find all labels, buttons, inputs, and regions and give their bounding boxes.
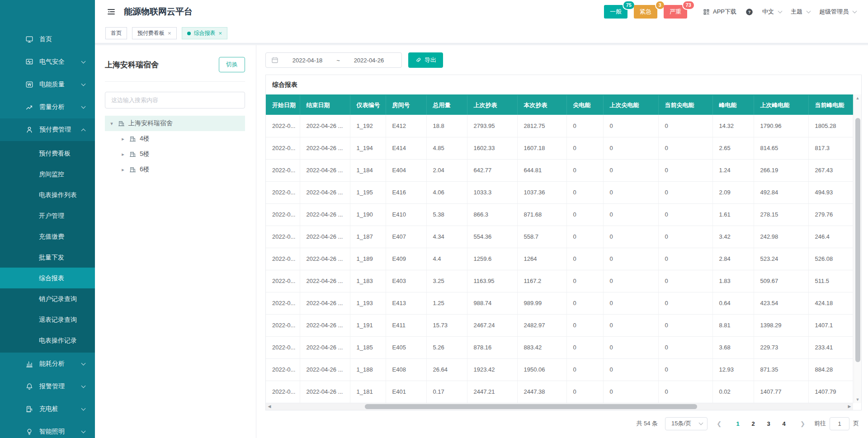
table-row[interactable]: 2022-0...2022-04-26 ...1_183E4033.251163… bbox=[266, 270, 853, 292]
sidebar-item-充电桩[interactable]: 充电桩 bbox=[0, 398, 95, 420]
alarm-general-count: 75 bbox=[623, 0, 635, 10]
page-3[interactable]: 3 bbox=[763, 420, 774, 427]
date-range-picker[interactable]: 2022-04-18 ~ 2022-04-26 bbox=[265, 52, 402, 68]
table-row[interactable]: 2022-0...2022-04-26 ...1_185E4055.26878.… bbox=[266, 336, 853, 358]
table-cell: E401 bbox=[386, 381, 426, 403]
sidebar-item-电表操作列表[interactable]: 电表操作列表 bbox=[0, 184, 95, 205]
caret-right-icon[interactable]: ▸ bbox=[120, 151, 126, 157]
sidebar-item-充值缴费[interactable]: 充值缴费 bbox=[0, 226, 95, 247]
table-row[interactable]: 2022-0...2022-04-26 ...1_187E4074.34554.… bbox=[266, 226, 853, 248]
scroll-left-icon[interactable]: ◀ bbox=[266, 404, 273, 409]
vertical-scrollbar[interactable]: ▲ ▼ bbox=[854, 94, 861, 403]
horizontal-scrollbar[interactable]: ◀ ▶ bbox=[266, 403, 853, 410]
table-row[interactable]: 2022-0...2022-04-26 ...1_181E4010.172447… bbox=[266, 381, 853, 403]
table-header-row: 开始日期结束日期仪表编号房间号总用量上次抄表本次抄表尖电能上次尖电能当前尖电能峰… bbox=[266, 95, 853, 115]
close-tab-icon[interactable]: × bbox=[219, 30, 222, 36]
sidebar-item-开户管理[interactable]: 开户管理 bbox=[0, 205, 95, 226]
table-row[interactable]: 2022-0...2022-04-26 ...1_193E4131.25988.… bbox=[266, 292, 853, 314]
table-cell: 2022-04-26 ... bbox=[300, 314, 350, 336]
help-icon[interactable]: ? bbox=[745, 8, 753, 16]
building-title: 上海安科瑞宿舍 bbox=[105, 60, 159, 70]
next-page-button[interactable]: ❯ bbox=[798, 420, 807, 427]
table-row[interactable]: 2022-0...2022-04-26 ...1_191E41115.73246… bbox=[266, 314, 853, 336]
caret-right-icon[interactable]: ▸ bbox=[120, 136, 126, 142]
table-row[interactable]: 2022-0...2022-04-26 ...1_194E4144.851602… bbox=[266, 137, 853, 159]
switch-building-button[interactable]: 切换 bbox=[219, 57, 245, 72]
table-row[interactable]: 2022-0...2022-04-26 ...1_192E41218.82793… bbox=[266, 115, 853, 137]
alarm-severe-badge[interactable]: 严重73 bbox=[664, 5, 687, 19]
table-row[interactable]: 2022-0...2022-04-26 ...1_190E4105.38866.… bbox=[266, 203, 853, 226]
sidebar-item-电气安全[interactable]: 电气安全 bbox=[0, 51, 95, 73]
sidebar-item-房间监控[interactable]: 房间监控 bbox=[0, 164, 95, 184]
tree-node-5楼[interactable]: ▸5楼 bbox=[105, 146, 245, 162]
table-row[interactable]: 2022-0...2022-04-26 ...1_195E4164.061033… bbox=[266, 181, 853, 203]
sidebar-item-智能照明[interactable]: 智能照明 bbox=[0, 420, 95, 438]
table-cell: 4.4 bbox=[426, 248, 467, 270]
sidebar-item-综合报表[interactable]: 综合报表 bbox=[0, 268, 95, 288]
theme-select[interactable]: 主题 bbox=[791, 8, 810, 16]
alarm-urgent-badge[interactable]: 紧急3 bbox=[634, 5, 657, 19]
start-date-value[interactable]: 2022-04-18 bbox=[280, 57, 335, 64]
table-row[interactable]: 2022-0...2022-04-26 ...1_189E4094.41259.… bbox=[266, 248, 853, 270]
horizontal-scroll-track[interactable] bbox=[273, 403, 846, 410]
horizontal-scroll-thumb[interactable] bbox=[365, 404, 697, 409]
caret-down-icon[interactable]: ▾ bbox=[109, 121, 114, 127]
table-cell: E410 bbox=[386, 203, 426, 226]
table-row[interactable]: 2022-0...2022-04-26 ...1_184E4042.04642.… bbox=[266, 159, 853, 181]
sidebar-item-需量分析[interactable]: 需量分析 bbox=[0, 96, 95, 118]
export-button[interactable]: 导出 bbox=[408, 52, 443, 68]
caret-right-icon[interactable]: ▸ bbox=[120, 167, 126, 173]
sidebar-item-报警管理[interactable]: 报警管理 bbox=[0, 375, 95, 398]
user-menu[interactable]: 超级管理员 bbox=[819, 8, 856, 16]
table-row[interactable]: 2022-0...2022-04-26 ...1_188E40826.64192… bbox=[266, 358, 853, 381]
close-tab-icon[interactable]: × bbox=[168, 30, 171, 36]
tree-node-4楼[interactable]: ▸4楼 bbox=[105, 131, 245, 146]
qr-code-icon bbox=[703, 8, 710, 16]
table-cell: 2.84 bbox=[712, 248, 754, 270]
active-tab-dot bbox=[187, 32, 191, 35]
scroll-down-icon[interactable]: ▼ bbox=[854, 397, 861, 402]
language-select[interactable]: 中文 bbox=[762, 8, 782, 16]
main-column: 能源物联网云平台 一般75紧急3严重73 APP下载 ? bbox=[95, 0, 868, 438]
sidebar-item-预付费看板[interactable]: 预付费看板 bbox=[0, 143, 95, 164]
table-cell: E404 bbox=[386, 159, 426, 181]
page-4[interactable]: 4 bbox=[778, 420, 789, 427]
sidebar-item-批量下发[interactable]: 批量下发 bbox=[0, 247, 95, 268]
tree-node-6楼[interactable]: ▸6楼 bbox=[105, 162, 245, 177]
table-cell: 0 bbox=[603, 270, 658, 292]
table-cell: 1_181 bbox=[350, 381, 386, 403]
table-cell: E405 bbox=[386, 336, 426, 358]
tab-预付费看板[interactable]: 预付费看板× bbox=[132, 27, 177, 39]
sidebar-item-预付费管理[interactable]: 预付费管理 bbox=[0, 118, 95, 141]
sidebar-item-电能质量[interactable]: 电能质量 bbox=[0, 73, 95, 96]
sidebar-item-电表操作记录[interactable]: 电表操作记录 bbox=[0, 330, 95, 351]
theme-label: 主题 bbox=[791, 8, 802, 16]
table-cell: 0 bbox=[566, 226, 603, 248]
scroll-right-icon[interactable]: ▶ bbox=[846, 404, 853, 409]
tree-search-input[interactable] bbox=[105, 92, 245, 108]
topbar: 能源物联网云平台 一般75紧急3严重73 APP下载 ? bbox=[95, 0, 868, 24]
table-cell: 15.73 bbox=[426, 314, 467, 336]
tab-综合报表[interactable]: 综合报表× bbox=[182, 27, 228, 39]
end-date-value[interactable]: 2022-04-26 bbox=[342, 57, 396, 64]
tab-首页[interactable]: 首页 bbox=[105, 27, 127, 39]
svg-text:?: ? bbox=[748, 9, 751, 14]
table-zone: 开始日期结束日期仪表编号房间号总用量上次抄表本次抄表尖电能上次尖电能当前尖电能峰… bbox=[266, 94, 861, 403]
tree-node-上海安科瑞宿舍[interactable]: ▾上海安科瑞宿舍 bbox=[105, 116, 245, 131]
sidebar-item-首页[interactable]: 首页 bbox=[0, 28, 95, 51]
goto-page-input[interactable] bbox=[830, 417, 849, 430]
alarm-general-badge[interactable]: 一般75 bbox=[604, 5, 627, 19]
table-cell: 0 bbox=[566, 292, 603, 314]
table-cell: 2.09 bbox=[712, 181, 754, 203]
sidebar-item-销户记录查询[interactable]: 销户记录查询 bbox=[0, 288, 95, 309]
page-size-select[interactable]: 15条/页 bbox=[665, 417, 708, 430]
scroll-up-icon[interactable]: ▲ bbox=[854, 96, 861, 100]
prev-page-button[interactable]: ❮ bbox=[715, 420, 723, 427]
page-2[interactable]: 2 bbox=[748, 420, 759, 427]
app-download[interactable]: APP下载 bbox=[703, 8, 736, 16]
sidebar-item-能耗分析[interactable]: 能耗分析 bbox=[0, 353, 95, 375]
page-1[interactable]: 1 bbox=[732, 420, 743, 427]
collapse-menu-icon[interactable] bbox=[107, 7, 116, 16]
vertical-scroll-thumb[interactable] bbox=[855, 118, 860, 362]
sidebar-item-退表记录查询[interactable]: 退表记录查询 bbox=[0, 309, 95, 330]
